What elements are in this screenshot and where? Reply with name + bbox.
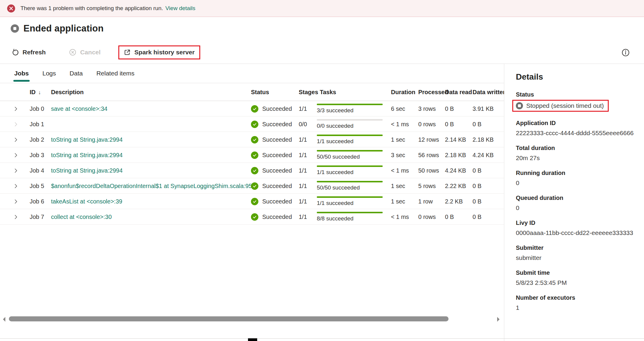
job-status: Succeeded <box>251 132 292 147</box>
job-id: Job 6 <box>30 194 44 209</box>
table-row[interactable]: Job 1 Succeeded 0/0 0/0 succeeded < 1 ms… <box>0 116 504 132</box>
detail-field: Total duration 20m 27s <box>516 145 637 162</box>
job-duration: < 1 ms <box>391 209 409 225</box>
expand-chevron-icon[interactable] <box>13 147 19 163</box>
job-stages: 1/1 <box>299 163 307 178</box>
column-data-read[interactable]: Data read <box>445 83 472 101</box>
page-title: Ended application <box>23 23 104 34</box>
job-duration: < 1 ms <box>391 163 409 178</box>
scroll-right-arrow-icon[interactable] <box>497 317 500 322</box>
horizontal-scrollbar[interactable] <box>0 316 504 323</box>
succeeded-check-icon <box>251 121 258 128</box>
job-data-read: 2.2 KB <box>445 194 463 209</box>
detail-field: Running duration 0 <box>516 170 637 187</box>
expand-chevron-icon[interactable] <box>13 163 19 178</box>
job-processed-rows: 5 rows <box>418 178 436 194</box>
job-id: Job 1 <box>30 116 44 132</box>
detail-field: Number of executors 1 <box>516 294 637 311</box>
scrollbar-thumb[interactable] <box>9 316 449 321</box>
job-data-written: 0 B <box>473 209 481 225</box>
job-description-link[interactable]: takeAsList at <console>:39 <box>51 194 122 209</box>
job-description-link[interactable]: $anonfun$recordDeltaOperationInternal$1 … <box>51 178 252 194</box>
job-id: Job 0 <box>30 101 44 116</box>
table-row[interactable]: Job 7 collect at <console>:30 Succeeded … <box>0 209 504 225</box>
column-id[interactable]: ID↓ <box>30 83 41 101</box>
job-description-link[interactable]: toString at String.java:2994 <box>51 147 123 163</box>
job-data-written: 0 B <box>473 163 481 178</box>
table-header: ID↓ Description Status Stages Tasks Dura… <box>0 83 504 101</box>
table-row[interactable]: Job 6 takeAsList at <console>:39 Succeed… <box>0 194 504 209</box>
job-tasks: 3/3 succeeded <box>317 101 383 114</box>
job-stages: 1/1 <box>299 209 307 225</box>
table-row[interactable]: Job 4 toString at String.java:2994 Succe… <box>0 163 504 178</box>
tasks-progress-bar <box>317 150 383 151</box>
column-stages[interactable]: Stages <box>299 83 318 101</box>
tasks-progress-bar <box>317 135 383 136</box>
view-details-link[interactable]: View details <box>166 5 195 12</box>
tab-logs[interactable]: Logs <box>42 64 56 83</box>
job-tasks: 8/8 succeeded <box>317 209 383 222</box>
details-title: Details <box>516 72 637 82</box>
tab-related-items[interactable]: Related items <box>96 64 134 83</box>
expand-chevron-icon[interactable] <box>13 101 19 116</box>
toolbar: Refresh Cancel Spark history server <box>11 44 200 61</box>
succeeded-check-icon <box>251 213 258 221</box>
job-id: Job 4 <box>30 163 44 178</box>
column-status[interactable]: Status <box>251 83 269 99</box>
job-data-written: 0 B <box>473 194 481 209</box>
job-processed-rows: 50 rows <box>418 163 439 178</box>
expand-chevron-icon[interactable] <box>13 178 19 194</box>
job-tasks: 1/1 succeeded <box>317 132 383 145</box>
job-id: Job 3 <box>30 147 44 163</box>
bottom-divider <box>0 338 644 339</box>
job-status: Succeeded <box>251 178 292 194</box>
scroll-left-arrow-icon[interactable] <box>3 317 5 322</box>
job-duration: < 1 ms <box>391 116 409 132</box>
expand-chevron-icon[interactable] <box>13 209 19 225</box>
job-description-link[interactable]: collect at <console>:30 <box>51 209 112 225</box>
detail-field: Status Stopped (session timed out) <box>516 91 637 112</box>
info-icon[interactable] <box>621 48 630 58</box>
job-data-read: 0 B <box>445 116 454 132</box>
detail-field-value: 0 <box>516 204 637 211</box>
column-duration[interactable]: Duration <box>391 83 415 101</box>
job-data-written: 2.18 KB <box>473 132 494 147</box>
job-id: Job 7 <box>30 209 44 225</box>
table-row[interactable]: Job 3 toString at String.java:2994 Succe… <box>0 147 504 163</box>
column-description[interactable]: Description <box>51 83 84 101</box>
main-panel: Jobs Logs Data Related items ID↓ Descrip… <box>0 64 504 341</box>
tab-jobs[interactable]: Jobs <box>14 64 29 83</box>
tab-data[interactable]: Data <box>70 64 83 83</box>
job-processed-rows: 56 rows <box>418 147 439 163</box>
detail-field-label: Status <box>516 91 637 98</box>
table-row[interactable]: Job 0 save at <console>:34 Succeeded 1/1… <box>0 101 504 116</box>
job-description-link[interactable]: toString at String.java:2994 <box>51 163 123 178</box>
job-status: Succeeded <box>251 147 292 163</box>
expand-chevron-icon[interactable] <box>13 132 19 147</box>
job-status: Succeeded <box>251 209 292 225</box>
job-description-link[interactable]: save at <console>:34 <box>51 101 107 116</box>
job-description-link[interactable]: toString at String.java:2994 <box>51 132 123 147</box>
job-data-read: 2.14 KB <box>445 132 466 147</box>
job-status: Succeeded <box>251 163 292 178</box>
window-resize-handle[interactable] <box>248 338 257 341</box>
expand-chevron-icon[interactable] <box>13 194 19 209</box>
detail-field: Application ID 22223333-cccc-4444-dddd-5… <box>516 120 637 137</box>
job-status: Succeeded <box>251 101 292 116</box>
job-tasks: 0/0 succeeded <box>317 116 383 129</box>
tasks-progress-bar <box>317 165 383 167</box>
detail-field-label: Submit time <box>516 269 637 276</box>
column-processed[interactable]: Processed <box>418 83 448 101</box>
job-tasks: 1/1 succeeded <box>317 194 383 206</box>
column-tasks[interactable]: Tasks <box>320 83 336 101</box>
refresh-button[interactable]: Refresh <box>11 48 46 56</box>
job-data-read: 2.18 KB <box>445 147 466 163</box>
spark-history-server-button[interactable]: Spark history server <box>123 49 195 56</box>
job-tasks: 1/1 succeeded <box>317 163 383 176</box>
column-data-written[interactable]: Data written <box>473 83 504 101</box>
tasks-progress-bar <box>317 181 383 182</box>
detail-field-value: 5/8/23 2:53:45 PM <box>516 279 637 286</box>
table-row[interactable]: Job 2 toString at String.java:2994 Succe… <box>0 132 504 147</box>
open-in-new-icon <box>123 49 131 56</box>
table-row[interactable]: Job 5 $anonfun$recordDeltaOperationInter… <box>0 178 504 194</box>
